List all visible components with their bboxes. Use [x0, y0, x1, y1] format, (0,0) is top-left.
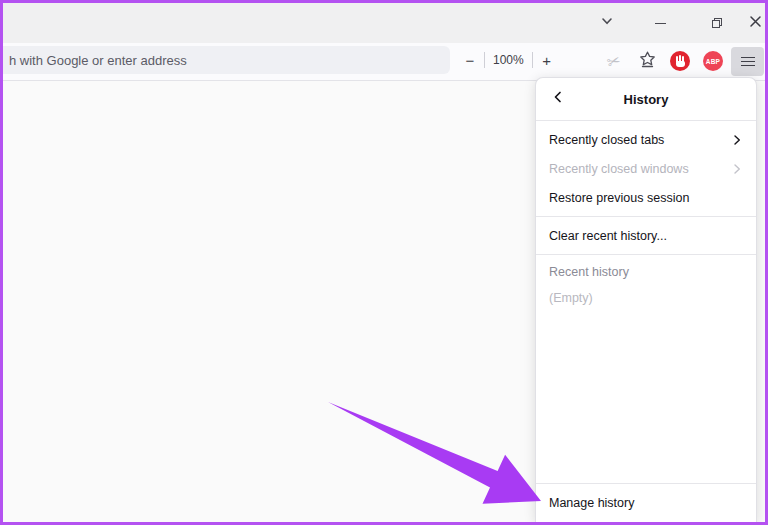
abp-icon-label: ABP [706, 58, 720, 65]
zoom-in-button[interactable]: + [535, 48, 559, 72]
adblock-extension-button[interactable] [665, 47, 695, 75]
window-titlebar [3, 3, 765, 43]
abp-icon: ABP [703, 51, 723, 71]
screenshot-button[interactable]: ✂ [599, 47, 629, 75]
menu-item-clear-recent-history[interactable]: Clear recent history... [536, 221, 756, 250]
panel-title: History [624, 92, 669, 107]
restore-button[interactable] [702, 9, 732, 37]
panel-back-button[interactable] [544, 85, 572, 113]
chevron-down-icon [600, 14, 614, 32]
close-icon [749, 14, 762, 32]
separator [532, 52, 533, 68]
menu-item-manage-history[interactable]: Manage history [536, 484, 756, 522]
panel-spacer [536, 315, 756, 483]
adblock-plus-extension-button[interactable]: ABP [698, 47, 728, 75]
zoom-controls: − 100% + [458, 46, 559, 74]
scissors-icon: ✂ [605, 50, 624, 72]
browser-toolbar: h with Google or enter address − 100% + … [3, 43, 765, 81]
zoom-out-button[interactable]: − [458, 48, 482, 72]
menu-item-restore-previous-session[interactable]: Restore previous session [536, 183, 756, 212]
separator [484, 52, 485, 68]
chevron-right-icon [731, 163, 743, 175]
minimize-button[interactable] [645, 9, 675, 37]
chevron-right-icon [731, 134, 743, 146]
star-tray-icon [638, 50, 657, 73]
close-button[interactable] [740, 9, 768, 37]
menu-item-recently-closed-windows: Recently closed windows [536, 154, 756, 183]
address-bar-text: h with Google or enter address [3, 53, 187, 68]
app-menu-button[interactable] [731, 47, 764, 76]
recent-history-empty: (Empty) [536, 285, 756, 311]
list-all-tabs-button[interactable] [592, 9, 622, 37]
bookmark-extension-button[interactable] [632, 47, 662, 75]
adblock-hand-icon [670, 51, 690, 71]
history-menu-list: Recently closed tabs Recently closed win… [536, 121, 756, 216]
toolbar-extensions: ✂ ABP [599, 46, 764, 76]
recent-history-section: Recent history (Empty) [536, 255, 756, 315]
minimize-icon [655, 23, 666, 24]
clear-history-section: Clear recent history... [536, 217, 756, 254]
menu-item-recently-closed-tabs[interactable]: Recently closed tabs [536, 125, 756, 154]
hamburger-icon [741, 57, 755, 58]
zoom-level[interactable]: 100% [487, 53, 530, 67]
chevron-left-icon [551, 90, 565, 108]
restore-icon [712, 18, 722, 28]
address-bar[interactable]: h with Google or enter address [3, 46, 450, 74]
history-panel-header: History [536, 78, 756, 120]
recent-history-label: Recent history [536, 259, 756, 285]
history-panel: History Recently closed tabs Recently cl… [535, 77, 757, 522]
